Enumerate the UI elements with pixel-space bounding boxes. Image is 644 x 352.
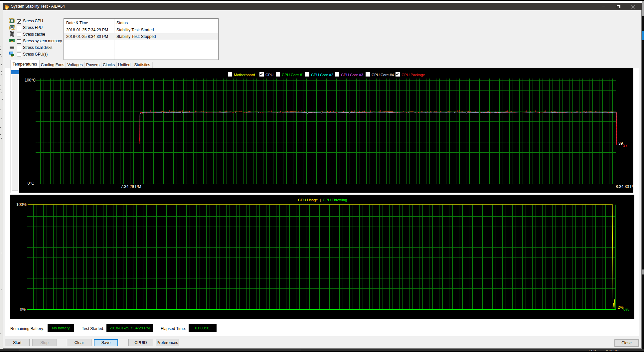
svg-text:%: % bbox=[11, 26, 13, 29]
